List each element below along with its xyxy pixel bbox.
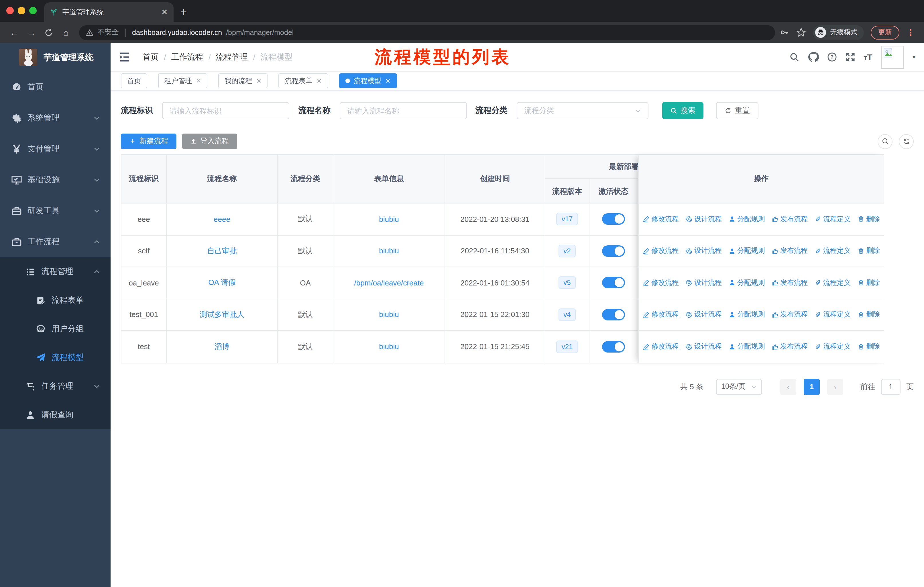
action-design-link[interactable]: 设计流程 — [686, 214, 722, 224]
breadcrumb-item[interactable]: 工作流程 — [171, 52, 203, 62]
tab-chip-tenant[interactable]: 租户管理✕ — [158, 73, 207, 88]
sidebar-item-payment[interactable]: 支付管理 — [0, 134, 111, 165]
process-id-input[interactable] — [162, 102, 289, 119]
browser-menu-icon[interactable]: ⋮ — [906, 27, 915, 38]
action-definition-link[interactable]: 流程定义 — [815, 246, 851, 256]
action-assign-link[interactable]: 分配规则 — [729, 278, 765, 288]
sidebar-item-process-mgmt[interactable]: 流程管理 — [0, 257, 111, 286]
action-design-link[interactable]: 设计流程 — [686, 342, 722, 352]
breadcrumb-item[interactable]: 首页 — [143, 52, 159, 62]
tab-close-icon[interactable]: ✕ — [317, 77, 322, 84]
sidebar-item-process-form[interactable]: 流程表单 — [0, 286, 111, 315]
sidebar-item-leave-query[interactable]: 请假查询 — [0, 401, 111, 429]
show-search-button[interactable] — [878, 134, 893, 149]
process-name-link[interactable]: 自己审批 — [207, 246, 237, 256]
action-definition-link[interactable]: 流程定义 — [815, 342, 851, 352]
action-delete-link[interactable]: 删除 — [858, 310, 880, 319]
reset-button[interactable]: 重置 — [716, 102, 759, 119]
current-page-button[interactable]: 1 — [804, 379, 820, 395]
process-name-input[interactable] — [340, 102, 467, 119]
action-definition-link[interactable]: 流程定义 — [815, 310, 851, 319]
sidebar-item-task-mgmt[interactable]: 任务管理 — [0, 372, 111, 401]
search-button[interactable]: 搜索 — [662, 102, 703, 119]
form-info-link[interactable]: biubiu — [379, 215, 399, 223]
create-process-button[interactable]: ＋ 新建流程 — [121, 134, 176, 149]
font-size-icon[interactable]: TT — [864, 52, 873, 62]
refresh-button[interactable] — [899, 134, 914, 149]
sidebar-item-workflow[interactable]: 工作流程 — [0, 227, 111, 257]
window-close-button[interactable] — [6, 7, 14, 14]
action-publish-link[interactable]: 发布流程 — [772, 342, 808, 352]
action-publish-link[interactable]: 发布流程 — [772, 214, 808, 224]
sidebar-item-user-group[interactable]: 用户分组 — [0, 315, 111, 343]
new-tab-button[interactable]: + — [180, 6, 187, 18]
active-toggle[interactable] — [602, 341, 625, 352]
action-assign-link[interactable]: 分配规则 — [729, 214, 765, 224]
active-toggle[interactable] — [602, 277, 625, 289]
key-icon[interactable] — [780, 28, 789, 37]
form-info-link[interactable]: biubiu — [379, 247, 399, 255]
action-delete-link[interactable]: 删除 — [858, 246, 880, 256]
tab-chip-process-form[interactable]: 流程表单✕ — [279, 73, 328, 88]
tab-close-icon[interactable]: ✕ — [161, 7, 168, 17]
window-zoom-button[interactable] — [29, 7, 37, 14]
action-design-link[interactable]: 设计流程 — [686, 246, 722, 256]
process-name-link[interactable]: 测试多审批人 — [200, 309, 244, 320]
sidebar-item-devtools[interactable]: 研发工具 — [0, 195, 111, 227]
action-delete-link[interactable]: 删除 — [858, 278, 880, 288]
action-publish-link[interactable]: 发布流程 — [772, 246, 808, 256]
action-assign-link[interactable]: 分配规则 — [729, 246, 765, 256]
page-size-select[interactable]: 10条/页 — [716, 379, 762, 395]
action-modify-link[interactable]: 修改流程 — [643, 278, 679, 288]
bookmark-star-icon[interactable] — [796, 28, 806, 37]
github-icon[interactable] — [807, 51, 818, 63]
reload-icon[interactable] — [40, 28, 57, 37]
collapse-sidebar-icon[interactable] — [119, 52, 130, 62]
sidebar-item-process-model[interactable]: 流程模型 — [0, 343, 111, 372]
breadcrumb-item[interactable]: 流程管理 — [216, 52, 248, 62]
active-toggle[interactable] — [602, 309, 625, 321]
form-info-link[interactable]: /bpm/oa/leave/create — [354, 279, 424, 287]
next-page-button[interactable]: › — [827, 379, 843, 395]
tab-chip-process-model[interactable]: 流程模型✕ — [339, 73, 397, 88]
goto-page-input[interactable] — [881, 379, 901, 395]
active-toggle[interactable] — [602, 213, 625, 225]
sidebar-item-system[interactable]: 系统管理 — [0, 103, 111, 134]
window-minimize-button[interactable] — [18, 7, 25, 14]
active-toggle[interactable] — [602, 245, 625, 257]
forward-icon[interactable]: → — [23, 28, 40, 37]
update-button[interactable]: 更新 — [871, 25, 899, 39]
sidebar-item-infrastructure[interactable]: 基础设施 — [0, 165, 111, 195]
sidebar-item-home[interactable]: 首页 — [0, 72, 111, 103]
back-icon[interactable]: ← — [6, 28, 23, 37]
action-assign-link[interactable]: 分配规则 — [729, 342, 765, 352]
action-definition-link[interactable]: 流程定义 — [815, 278, 851, 288]
tab-close-icon[interactable]: ✕ — [385, 77, 390, 84]
tab-close-icon[interactable]: ✕ — [196, 77, 201, 84]
process-name-link[interactable]: 滔博 — [214, 342, 229, 352]
tab-close-icon[interactable]: ✕ — [256, 77, 261, 84]
action-definition-link[interactable]: 流程定义 — [815, 214, 851, 224]
process-name-link[interactable]: OA 请假 — [208, 278, 236, 288]
sidebar-logo[interactable]: 芋道管理系统 — [0, 43, 111, 72]
process-category-select[interactable]: 流程分类 — [517, 102, 648, 119]
action-publish-link[interactable]: 发布流程 — [772, 310, 808, 319]
action-design-link[interactable]: 设计流程 — [686, 278, 722, 288]
help-icon[interactable]: ? — [827, 52, 837, 62]
search-icon[interactable] — [789, 52, 799, 62]
avatar-caret-icon[interactable]: ▾ — [912, 54, 916, 60]
form-info-link[interactable]: biubiu — [379, 311, 399, 319]
fullscreen-icon[interactable] — [845, 52, 855, 62]
action-modify-link[interactable]: 修改流程 — [643, 310, 679, 319]
tab-chip-my-process[interactable]: 我的流程✕ — [218, 73, 267, 88]
prev-page-button[interactable]: ‹ — [780, 379, 796, 395]
browser-tab[interactable]: 芋道管理系统 ✕ — [44, 2, 173, 22]
import-process-button[interactable]: 导入流程 — [182, 134, 237, 149]
action-delete-link[interactable]: 删除 — [858, 342, 880, 352]
url-bar[interactable]: 不安全 dashboard.yudao.iocoder.cn/bpm/manag… — [79, 25, 775, 40]
action-modify-link[interactable]: 修改流程 — [643, 214, 679, 224]
action-modify-link[interactable]: 修改流程 — [643, 246, 679, 256]
action-assign-link[interactable]: 分配规则 — [729, 310, 765, 319]
tab-chip-home[interactable]: 首页 — [121, 73, 147, 88]
action-design-link[interactable]: 设计流程 — [686, 310, 722, 319]
